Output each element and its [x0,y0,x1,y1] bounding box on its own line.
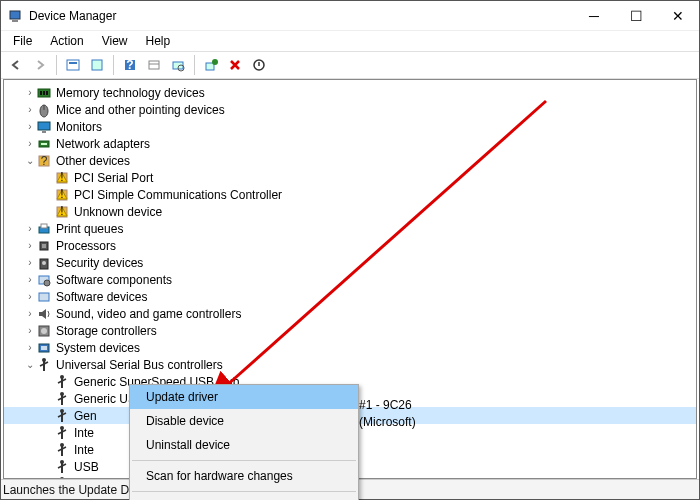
toolbar-separator [194,55,195,75]
tree-item[interactable]: ›System devices [4,339,696,356]
svg-point-48 [60,409,64,413]
tree-item[interactable]: ›Processors [4,237,696,254]
tree-item-label: Gen [74,409,97,423]
svg-point-46 [60,375,64,379]
tree-item-label: Software devices [56,290,147,304]
tree-item-suffix: (Microsoft) [359,415,416,429]
mouse-icon [36,102,52,118]
other-warn-icon: ! [54,204,70,220]
context-menu-item[interactable]: Update driver [130,385,358,409]
expand-collapse-icon[interactable]: › [24,223,36,234]
tree-item[interactable]: !Unknown device [4,203,696,220]
svg-rect-11 [206,63,214,70]
usbdev-icon [54,391,70,407]
tree-item-label: USB [74,477,99,480]
svg-text:!: ! [60,187,63,201]
close-button[interactable]: ✕ [657,1,699,31]
menubar: File Action View Help [1,31,699,51]
tree-item[interactable]: ›Network adapters [4,135,696,152]
toolbar-separator [113,55,114,75]
expand-collapse-icon[interactable]: › [24,138,36,149]
storage-icon [36,323,52,339]
tree-item-label: System devices [56,341,140,355]
svg-text:?: ? [126,58,133,72]
tree-item-label: Universal Serial Bus controllers [56,358,223,372]
expand-collapse-icon[interactable]: ⌄ [24,155,36,166]
tree-item[interactable]: ›Software devices [4,288,696,305]
context-menu-item[interactable]: Scan for hardware changes [130,464,358,488]
expand-collapse-icon[interactable]: › [24,325,36,336]
svg-rect-1 [12,20,18,22]
tree-item[interactable]: ›Sound, video and game controllers [4,305,696,322]
tree-item[interactable]: ›Storage controllers [4,322,696,339]
other-warn-icon: ! [54,170,70,186]
minimize-button[interactable]: ─ [573,1,615,31]
expand-collapse-icon[interactable]: › [24,121,36,132]
svg-point-12 [212,59,218,65]
window-controls: ─ ☐ ✕ [573,1,699,31]
tree-item[interactable]: ›Mice and other pointing devices [4,101,696,118]
tree-item-label: PCI Simple Communications Controller [74,188,282,202]
tree-item-suffix: #1 - 9C26 [359,398,412,412]
system-icon [36,340,52,356]
usbdev-icon [54,459,70,475]
svg-rect-17 [46,91,48,95]
other-warn-icon: ! [54,187,70,203]
uninstall-button[interactable] [224,54,246,76]
context-menu-item[interactable]: Properties [130,495,358,500]
show-hidden-button[interactable] [62,54,84,76]
usbdev-icon [54,476,70,480]
expand-collapse-icon[interactable]: › [24,291,36,302]
tree-item-label: Mice and other pointing devices [56,103,225,117]
tree-item-label: Unknown device [74,205,162,219]
expand-collapse-icon[interactable]: › [24,342,36,353]
expand-collapse-icon[interactable]: › [24,274,36,285]
tree-item-label: Print queues [56,222,123,236]
svg-point-51 [60,460,64,464]
tree-item[interactable]: ⌄Universal Serial Bus controllers [4,356,696,373]
expand-collapse-icon[interactable]: › [24,104,36,115]
view-button[interactable] [143,54,165,76]
context-menu-item[interactable]: Disable device [130,409,358,433]
menu-view[interactable]: View [94,32,136,50]
disable-button[interactable] [248,54,270,76]
svg-rect-16 [43,91,45,95]
tree-item[interactable]: !PCI Serial Port [4,169,696,186]
expand-collapse-icon[interactable]: › [24,87,36,98]
svg-rect-4 [92,60,102,70]
svg-rect-23 [41,143,47,145]
titlebar: Device Manager ─ ☐ ✕ [1,1,699,31]
maximize-button[interactable]: ☐ [615,1,657,31]
forward-button[interactable] [29,54,51,76]
tree-item-label: Software components [56,273,172,287]
tree-item[interactable]: ›Memory technology devices [4,84,696,101]
help-button[interactable]: ? [119,54,141,76]
svg-rect-33 [41,224,47,228]
menu-action[interactable]: Action [42,32,91,50]
tree-item[interactable]: ›Monitors [4,118,696,135]
menu-file[interactable]: File [5,32,40,50]
printer-icon [36,221,52,237]
svg-rect-40 [39,293,49,301]
expand-collapse-icon[interactable]: › [24,257,36,268]
update-driver-button[interactable] [200,54,222,76]
tree-item[interactable]: ›Print queues [4,220,696,237]
toolbar: ? [1,51,699,79]
tree-item[interactable]: ⌄?Other devices [4,152,696,169]
expand-collapse-icon[interactable]: › [24,240,36,251]
svg-rect-0 [10,11,20,19]
tree-item[interactable]: !PCI Simple Communications Controller [4,186,696,203]
tree-item-label: Security devices [56,256,143,270]
tree-item[interactable]: ›Software components [4,271,696,288]
properties-button[interactable] [86,54,108,76]
usb-icon [36,357,52,373]
expand-collapse-icon[interactable]: › [24,308,36,319]
expand-collapse-icon[interactable]: ⌄ [24,359,36,370]
back-button[interactable] [5,54,27,76]
context-menu-item[interactable]: Uninstall device [130,433,358,457]
tree-item[interactable]: ›Security devices [4,254,696,271]
svg-rect-15 [40,91,42,95]
scan-button[interactable] [167,54,189,76]
tree-item-label: Inte [74,426,94,440]
menu-help[interactable]: Help [138,32,179,50]
